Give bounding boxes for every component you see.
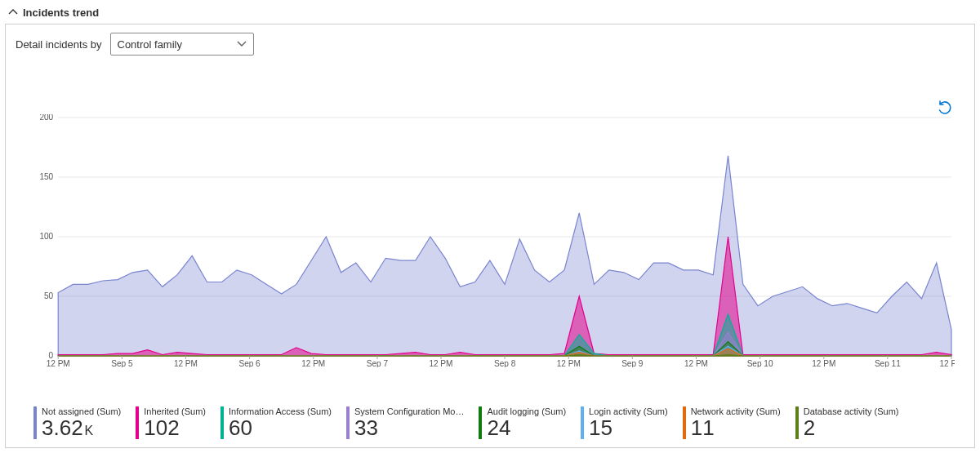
legend-value: 33 <box>354 417 465 439</box>
svg-text:Sep 6: Sep 6 <box>238 359 261 367</box>
svg-text:100: 100 <box>39 232 53 241</box>
svg-text:200: 200 <box>39 114 53 122</box>
incidents-panel: Detail incidents by Control family 05010… <box>5 24 975 448</box>
legend-item[interactable]: Inherited (Sum)102 <box>136 406 220 439</box>
undo-icon <box>937 100 953 116</box>
legend-color-bar <box>33 406 37 439</box>
svg-text:12 PM: 12 PM <box>939 359 955 367</box>
svg-text:12 PM: 12 PM <box>557 359 581 367</box>
legend-item[interactable]: Network activity (Sum)11 <box>683 406 795 439</box>
legend-label: Database activity (Sum) <box>804 406 899 417</box>
legend-item[interactable]: Login activity (Sum)15 <box>581 406 683 439</box>
legend-item[interactable]: Not assigned (Sum)3.62K <box>33 406 136 439</box>
svg-text:12 PM: 12 PM <box>301 359 325 367</box>
legend-item[interactable]: System Configuration Mo…33 <box>346 406 479 439</box>
legend-color-bar <box>136 406 139 439</box>
legend-item[interactable]: Database activity (Sum)2 <box>795 406 914 439</box>
legend-value: 60 <box>229 417 332 439</box>
svg-text:Sep 5: Sep 5 <box>111 359 133 367</box>
svg-text:12 PM: 12 PM <box>174 359 198 367</box>
legend-color-bar <box>581 406 584 439</box>
svg-text:Sep 8: Sep 8 <box>494 359 516 367</box>
legend-value: 11 <box>691 417 781 439</box>
legend-color-bar <box>220 406 224 439</box>
svg-text:12 PM: 12 PM <box>429 359 452 367</box>
legend-color-bar <box>795 406 799 439</box>
chevron-down-icon <box>237 38 247 51</box>
section-title: Incidents trend <box>23 7 99 19</box>
chart-area[interactable]: 05010015020012 PMSep 512 PMSep 612 PMSep… <box>33 114 955 367</box>
legend-color-bar <box>479 406 482 439</box>
legend-color-bar <box>346 406 350 439</box>
legend-item[interactable]: Audit logging (Sum)24 <box>479 406 581 439</box>
legend-value: 102 <box>144 417 206 439</box>
legend-value: 24 <box>487 417 566 439</box>
filter-row: Detail incidents by Control family <box>16 33 964 56</box>
svg-text:Sep 7: Sep 7 <box>367 359 389 367</box>
section-header[interactable]: Incidents trend <box>5 5 975 24</box>
incidents-trend-card: Incidents trend Detail incidents by Cont… <box>0 0 980 453</box>
legend-color-bar <box>683 406 686 439</box>
detail-by-label: Detail incidents by <box>16 38 102 51</box>
svg-text:Sep 11: Sep 11 <box>875 359 901 367</box>
detail-by-dropdown[interactable]: Control family <box>110 33 254 56</box>
svg-text:Sep 10: Sep 10 <box>747 359 773 367</box>
legend: Not assigned (Sum)3.62KInherited (Sum)10… <box>33 406 955 439</box>
legend-value: 2 <box>804 417 899 439</box>
svg-text:150: 150 <box>39 172 53 181</box>
legend-value: 15 <box>589 417 668 439</box>
dropdown-value: Control family <box>118 38 182 51</box>
legend-item[interactable]: Information Access (Sum)60 <box>220 406 346 439</box>
legend-value: 3.62K <box>42 417 121 439</box>
svg-text:12 PM: 12 PM <box>812 359 835 367</box>
svg-text:50: 50 <box>44 291 54 300</box>
svg-text:12 PM: 12 PM <box>684 359 708 367</box>
svg-text:Sep 9: Sep 9 <box>621 359 644 367</box>
chevron-up-icon <box>8 7 18 19</box>
svg-text:12 PM: 12 PM <box>47 359 70 367</box>
